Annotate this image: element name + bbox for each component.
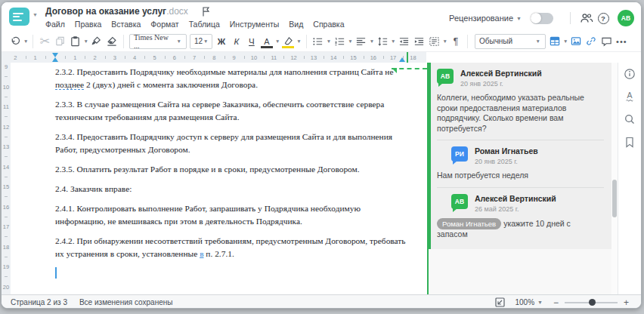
doc-paragraph[interactable]: 2.4.1. Контролировать выполнение Работ, … xyxy=(55,202,409,228)
comment-reply[interactable]: АВАлексей Вертинский26 май 2025 г.Роман … xyxy=(437,187,604,240)
app-logo-button[interactable] xyxy=(9,8,29,26)
doc-paragraph[interactable]: 2.3.4. Предоставить Подрядчику доступ к … xyxy=(55,131,409,156)
menu-help[interactable]: Справка xyxy=(313,20,344,29)
font-size-select[interactable]: 12▼ xyxy=(190,34,212,49)
insert-table-icon[interactable] xyxy=(547,33,562,50)
decrease-indent-icon[interactable] xyxy=(397,33,412,50)
bullet-list-icon[interactable] xyxy=(311,33,326,50)
ruler-number: 11 xyxy=(271,54,277,61)
toolbar: ▼ ✂ ▼ Times New ...▼ 12▼ Ж К Ч А▼ ▼ ▼ ▼ xyxy=(2,31,641,52)
doc-paragraph[interactable]: 2.3.2. Предоставить Подрядчику необходим… xyxy=(55,66,409,91)
highlight-caret-icon[interactable]: ▼ xyxy=(296,38,301,44)
comment-author: Роман Игнатьев xyxy=(475,146,538,155)
review-caret-icon[interactable]: ▼ xyxy=(516,16,522,21)
comment-avatar: РИ xyxy=(451,146,468,162)
font-name-select[interactable]: Times New ...▼ xyxy=(129,34,187,49)
toolbar-more-button[interactable]: ••• xyxy=(614,33,629,50)
menu-edit[interactable]: Правка xyxy=(75,20,101,29)
info-icon[interactable] xyxy=(622,66,637,82)
line-spacing-caret-icon[interactable]: ▼ xyxy=(391,38,395,44)
cut-icon[interactable]: ✂ xyxy=(37,33,52,50)
format-painter-icon[interactable] xyxy=(89,33,104,50)
ruler-number: 1 xyxy=(34,54,37,61)
copy-icon[interactable] xyxy=(52,33,67,50)
search-icon[interactable] xyxy=(622,112,637,127)
zoom-in-button[interactable]: + xyxy=(621,297,632,308)
highlight-color-button[interactable] xyxy=(280,33,296,50)
increase-indent-icon[interactable] xyxy=(412,33,427,50)
doc-paragraph[interactable]: 2.4.2. При обнаружении несоответствий тр… xyxy=(55,235,409,260)
undo-caret-icon[interactable]: ▼ xyxy=(23,38,28,44)
numbered-list-icon[interactable] xyxy=(332,33,347,50)
font-color-caret-icon[interactable]: ▼ xyxy=(275,38,280,44)
comment[interactable]: АВАлексей Вертинский20 янв 2025 г.Коллег… xyxy=(437,69,604,134)
italic-button[interactable]: К xyxy=(229,33,244,50)
menu-insert[interactable]: Вставка xyxy=(111,20,141,29)
user-avatar[interactable]: АВ xyxy=(618,10,634,26)
menu-format[interactable]: Формат xyxy=(150,20,178,29)
bookmark-icon[interactable] xyxy=(622,134,637,149)
review-mode-button[interactable]: Рецензирование xyxy=(449,14,513,23)
ruler-number: 20 xyxy=(2,284,11,291)
insert-image-icon[interactable] xyxy=(568,33,584,50)
insert-link-icon[interactable] xyxy=(584,33,599,50)
zoom-slider[interactable] xyxy=(565,298,618,307)
font-color-button[interactable]: А xyxy=(259,33,274,50)
bullet-list-caret-icon[interactable]: ▼ xyxy=(327,38,331,44)
paste-icon[interactable] xyxy=(67,33,82,50)
comment-icon[interactable] xyxy=(599,33,614,50)
undo-icon[interactable] xyxy=(8,33,23,50)
favorite-flag-icon[interactable] xyxy=(198,3,215,20)
comment-reply[interactable]: РИРоман Игнатьев20 янв 2025 г.Нам потреб… xyxy=(437,140,604,181)
app-logo-caret-icon[interactable]: ▼ xyxy=(33,12,38,17)
mention-chip[interactable]: Роман Игнатьев xyxy=(437,218,501,230)
menu-table[interactable]: Таблица xyxy=(189,20,220,29)
zoom-out-button[interactable]: − xyxy=(550,297,562,308)
main-area: 91011121314151617181920 2.3.2. Предостав… xyxy=(2,63,641,294)
doc-paragraph[interactable]: 2.3.3. В случае размещения Сайта на серв… xyxy=(55,98,409,124)
numbered-list-caret-icon[interactable]: ▼ xyxy=(348,38,352,44)
ruler-number: 8 xyxy=(212,54,215,61)
ruler-number: 10 xyxy=(2,84,11,91)
fit-width-icon[interactable] xyxy=(494,297,506,309)
hanging-indent-marker[interactable] xyxy=(52,57,58,62)
comment-card[interactable]: АВАлексей Вертинский20 янв 2025 г.Коллег… xyxy=(429,63,611,249)
document-extension: .docx xyxy=(166,6,188,17)
menu-tools[interactable]: Инструменты xyxy=(230,20,279,29)
menu-view[interactable]: Вид xyxy=(289,20,303,29)
h-ruler-band: 21123456789101112131415161718 xyxy=(2,52,426,63)
underline-button[interactable]: Ч xyxy=(244,33,259,50)
line-spacing-icon[interactable] xyxy=(375,33,390,50)
zoom-caret-icon[interactable]: ▼ xyxy=(537,300,543,305)
ruler-number: 12 xyxy=(2,124,11,131)
paragraph-style-select[interactable]: Обычный▼ xyxy=(475,34,546,49)
document-scrollbar[interactable] xyxy=(611,63,618,294)
review-toggle[interactable] xyxy=(531,13,553,24)
paragraph-settings-caret-icon[interactable]: ▼ xyxy=(443,38,447,44)
menu-file[interactable]: Файл xyxy=(45,20,65,29)
page-indicator[interactable]: Страница 2 из 3 xyxy=(11,298,67,306)
bold-button[interactable]: Ж xyxy=(214,33,229,50)
ruler-number: 11 xyxy=(2,103,11,110)
horizontal-ruler[interactable]: 21123456789101112131415161718 xyxy=(2,52,641,63)
scrollbar-thumb[interactable] xyxy=(612,180,617,217)
doc-paragraph[interactable]: 2.4. Заказчик вправе: xyxy=(55,183,409,195)
align-icon[interactable] xyxy=(354,33,369,50)
doc-paragraph[interactable]: 2.3.5. Оплатить результат Работ в порядк… xyxy=(55,163,409,176)
insert-table-caret-icon[interactable]: ▼ xyxy=(563,38,568,44)
align-caret-icon[interactable]: ▼ xyxy=(370,38,374,44)
spellcheck-icon[interactable]: А xyxy=(622,89,637,104)
clear-style-icon[interactable] xyxy=(104,33,119,50)
paragraph-settings-icon[interactable] xyxy=(427,33,442,50)
comment-anchor-line xyxy=(392,68,427,69)
document-page[interactable]: 2.3.2. Предоставить Подрядчику необходим… xyxy=(11,63,427,294)
title-block: Договор на оказание услуг .docx Файл Пра… xyxy=(45,6,345,29)
help-icon[interactable]: ? xyxy=(595,10,611,26)
paste-caret-icon[interactable]: ▼ xyxy=(83,38,88,44)
collaboration-users-icon[interactable] xyxy=(578,10,595,26)
right-indent-marker[interactable] xyxy=(399,57,405,62)
menubar: Файл Правка Вставка Формат Таблица Инстр… xyxy=(45,20,345,29)
zoom-level-select[interactable]: 100% xyxy=(515,298,534,306)
vertical-ruler[interactable]: 91011121314151617181920 xyxy=(2,63,11,294)
show-marks-button[interactable]: ¶ xyxy=(448,33,463,50)
